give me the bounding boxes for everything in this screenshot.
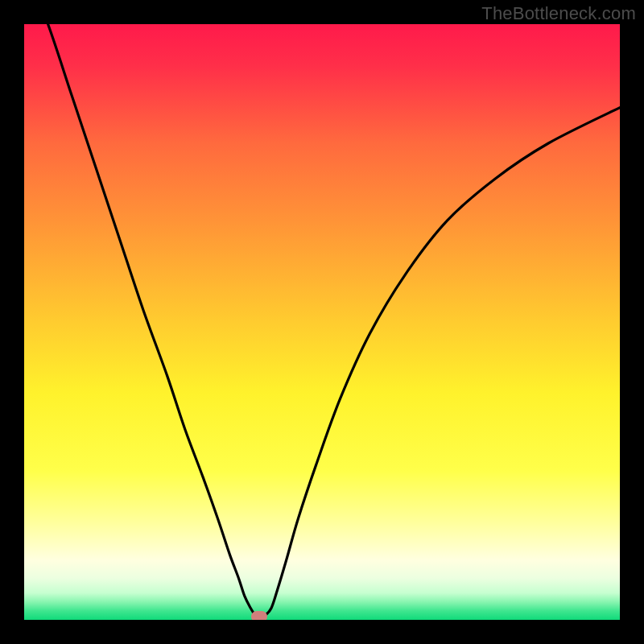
- optimal-point-marker: [251, 611, 267, 620]
- bottleneck-curve: [24, 24, 620, 617]
- watermark-text: TheBottleneck.com: [481, 3, 636, 24]
- curve-layer: [24, 24, 620, 620]
- chart-frame: TheBottleneck.com: [0, 0, 644, 644]
- plot-area: [24, 24, 620, 620]
